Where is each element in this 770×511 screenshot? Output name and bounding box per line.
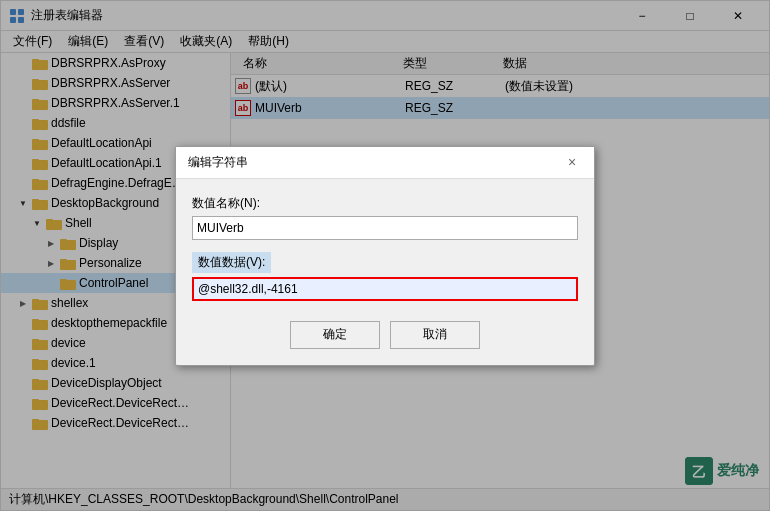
value-data-input[interactable]	[192, 277, 578, 301]
value-name-input[interactable]	[192, 216, 578, 240]
main-window: 注册表编辑器 − □ ✕ 文件(F) 编辑(E) 查看(V) 收藏夹(A) 帮助…	[0, 0, 770, 511]
value-name-label: 数值名称(N):	[192, 195, 578, 212]
modal-overlay: 编辑字符串 × 数值名称(N): 数值数据(V): 确定 取消	[1, 1, 769, 510]
ok-button[interactable]: 确定	[290, 321, 380, 349]
dialog-close-button[interactable]: ×	[562, 152, 582, 172]
dialog-body: 数值名称(N): 数值数据(V): 确定 取消	[176, 179, 594, 365]
cancel-button[interactable]: 取消	[390, 321, 480, 349]
value-data-label: 数值数据(V):	[192, 252, 271, 273]
edit-string-dialog: 编辑字符串 × 数值名称(N): 数值数据(V): 确定 取消	[175, 146, 595, 366]
dialog-title-bar: 编辑字符串 ×	[176, 147, 594, 179]
dialog-buttons: 确定 取消	[192, 321, 578, 349]
dialog-title: 编辑字符串	[188, 154, 248, 171]
